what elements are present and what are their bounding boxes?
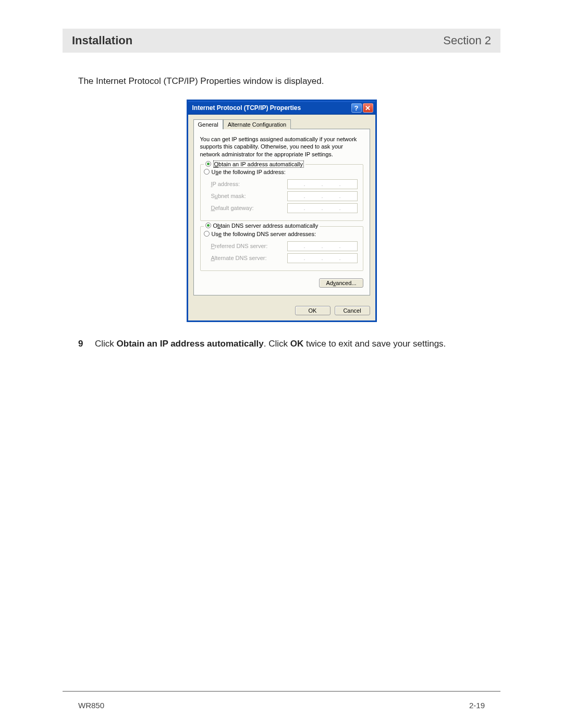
tab-general[interactable]: General: [193, 119, 223, 129]
tcpip-properties-dialog: Internet Protocol (TCP/IP) Properties ? …: [187, 100, 377, 322]
radio-dns-auto-label: Obtain DNS server address automatically: [213, 223, 319, 229]
ip-group: Obtain an IP address automatically Use t…: [200, 164, 363, 221]
tab-alternate-config[interactable]: Alternate Configuration: [223, 119, 291, 129]
advanced-button[interactable]: Advanced...: [319, 278, 363, 288]
page-header: Installation Section 2: [63, 29, 500, 53]
help-button[interactable]: ?: [351, 103, 362, 113]
close-button[interactable]: ✕: [363, 103, 373, 113]
step-number: 9: [78, 338, 85, 350]
header-title: Installation: [72, 34, 132, 47]
radio-ip-manual[interactable]: Use the following IP address:: [204, 169, 358, 175]
help-icon: ?: [354, 104, 359, 112]
pref-dns-input[interactable]: ...: [287, 241, 358, 251]
ip-address-input[interactable]: ...: [287, 179, 358, 189]
footer-page: 2-19: [469, 701, 485, 710]
intro-text: The Internet Protocol (TCP/IP) Propertie…: [78, 76, 500, 87]
dialog-titlebar[interactable]: Internet Protocol (TCP/IP) Properties ? …: [188, 101, 375, 115]
cancel-button[interactable]: Cancel: [335, 306, 370, 315]
gateway-label: Default gateway:: [211, 205, 254, 211]
gateway-row: Default gateway: ...: [211, 203, 358, 213]
page-footer: WR850 2-19: [63, 701, 500, 710]
radio-icon: [205, 161, 211, 167]
close-icon: ✕: [365, 104, 371, 112]
radio-dns-manual[interactable]: Use the following DNS server addresses:: [204, 231, 358, 237]
subnet-label: Subnet mask:: [211, 193, 246, 199]
ip-address-row: IP address: ...: [211, 179, 358, 189]
dialog-wrapper: Internet Protocol (TCP/IP) Properties ? …: [63, 100, 500, 322]
radio-ip-manual-label: Use the following IP address:: [212, 169, 286, 175]
dialog-footer: OK Cancel: [188, 301, 375, 320]
ok-button[interactable]: OK: [295, 306, 331, 315]
dns-group: Obtain DNS server address automatically …: [200, 226, 363, 271]
titlebar-buttons: ? ✕: [351, 103, 373, 113]
radio-dns-manual-label: Use the following DNS server addresses:: [212, 231, 316, 237]
ip-address-label: IP address:: [211, 181, 240, 187]
pref-dns-label: Preferred DNS server:: [211, 243, 268, 249]
dialog-description: You can get IP settings assigned automat…: [200, 135, 363, 158]
dialog-body: General Alternate Configuration You can …: [188, 115, 375, 301]
step-9: 9 Click Obtain an IP address automatical…: [78, 338, 500, 350]
alt-dns-row: Alternate DNS server: ...: [211, 253, 358, 263]
radio-icon: [204, 169, 210, 175]
footer-model: WR850: [78, 701, 104, 710]
subnet-row: Subnet mask: ...: [211, 191, 358, 201]
subnet-input[interactable]: ...: [287, 191, 358, 201]
radio-ip-auto[interactable]: Obtain an IP address automatically: [204, 161, 305, 168]
advanced-row: Advanced...: [200, 276, 363, 289]
alt-dns-label: Alternate DNS server:: [211, 255, 267, 261]
footer-divider: [63, 691, 500, 692]
radio-icon: [204, 231, 210, 237]
step-text: Click Obtain an IP address automatically…: [95, 338, 446, 350]
gateway-input[interactable]: ...: [287, 203, 358, 213]
dialog-title: Internet Protocol (TCP/IP) Properties: [192, 104, 301, 112]
radio-dns-auto[interactable]: Obtain DNS server address automatically: [204, 223, 320, 229]
alt-dns-input[interactable]: ...: [287, 253, 358, 263]
tab-strip: General Alternate Configuration: [193, 119, 370, 129]
pref-dns-row: Preferred DNS server: ...: [211, 241, 358, 251]
tab-panel-general: You can get IP settings assigned automat…: [193, 129, 370, 295]
radio-icon: [205, 223, 211, 228]
header-section: Section 2: [443, 34, 491, 47]
radio-ip-auto-label: Obtain an IP address automatically: [213, 161, 304, 168]
